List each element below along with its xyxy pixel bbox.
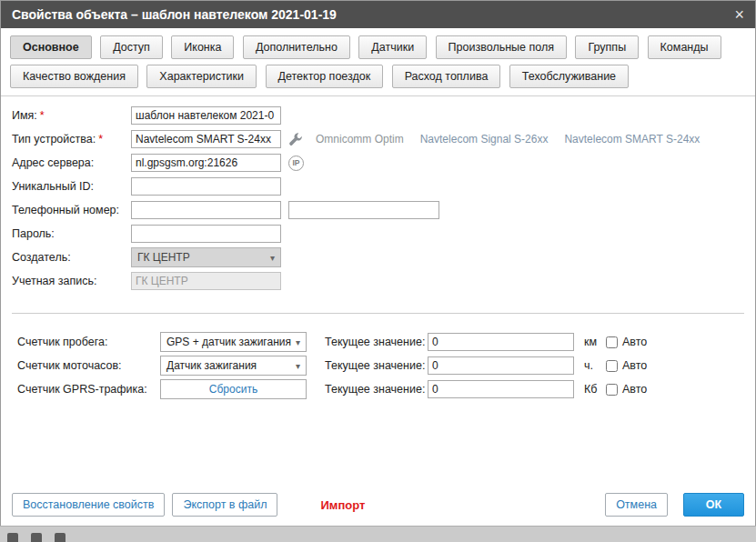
general-form: Имя:* Тип устройства:* Omnicomm Optim Na… — [1, 96, 755, 314]
mileage-auto-checkbox[interactable] — [606, 336, 618, 348]
tab-icon[interactable]: Иконка — [171, 35, 234, 59]
gprs-traffic-counter-label: Счетчик GPRS-трафика: — [17, 383, 160, 396]
export-to-file-button[interactable]: Экспорт в файл — [172, 493, 277, 517]
mileage-current-value-input[interactable] — [428, 333, 574, 351]
account-input — [131, 272, 281, 290]
name-input[interactable] — [131, 106, 281, 125]
current-value-label: Текущее значение: — [325, 383, 428, 396]
engine-hours-auto-label: Авто — [622, 359, 647, 372]
current-value-label: Текущее значение: — [325, 359, 428, 372]
engine-hours-current-value-input[interactable] — [428, 356, 574, 375]
engine-hours-unit-label: ч. — [584, 359, 602, 372]
password-label: Пароль: — [12, 227, 131, 240]
engine-hours-auto-checkbox[interactable] — [606, 360, 618, 372]
tab-sensors[interactable]: Датчики — [358, 35, 427, 59]
ok-button[interactable]: ОК — [683, 493, 744, 517]
phone-input-2[interactable] — [288, 201, 439, 219]
device-type-link[interactable]: Omnicomm Optim — [316, 133, 404, 146]
current-value-label: Текущее значение: — [325, 336, 428, 348]
engine-hours-counter-select-value: Датчик зажигания — [166, 359, 257, 372]
creator-label: Создатель: — [12, 251, 131, 264]
gprs-traffic-auto-label: Авто — [622, 383, 647, 396]
tab-groups[interactable]: Группы — [575, 35, 639, 59]
tab-strip: Основное Доступ Иконка Дополнительно Дат… — [1, 28, 755, 96]
tab-maintenance[interactable]: Техобслуживание — [509, 65, 629, 88]
creator-select[interactable]: ГК ЦЕНТР ▾ — [131, 247, 281, 267]
background-app-icon — [7, 533, 18, 542]
name-row: Имя:* — [12, 104, 744, 127]
wrench-icon[interactable] — [288, 132, 303, 146]
creator-select-value: ГК ЦЕНТР — [137, 251, 190, 264]
cancel-button[interactable]: Отмена — [605, 493, 668, 517]
gprs-traffic-unit-label: Кб — [584, 383, 602, 396]
phone-label: Телефонный номер: — [12, 204, 131, 216]
reset-traffic-button[interactable]: Сбросить — [160, 379, 307, 399]
tab-profile[interactable]: Характеристики — [146, 65, 257, 88]
password-row: Пароль: — [12, 222, 744, 246]
device-type-link[interactable]: Navtelecom SMART S-24xx — [564, 133, 700, 146]
engine-hours-counter-row: Счетчик моточасов: Датчик зажигания ▾ Те… — [6, 354, 744, 377]
device-type-input[interactable] — [131, 130, 281, 148]
dialog-titlebar: Свойства объекта – шаблон навтелеком 202… — [1, 1, 755, 28]
unique-id-label: Уникальный ID: — [12, 180, 131, 193]
tab-custom-fields[interactable]: Произвольные поля — [436, 35, 567, 59]
mileage-counter-label: Счетчик пробега: — [17, 336, 160, 348]
server-address-row: Адрес сервера: IP — [12, 151, 744, 175]
chevron-down-icon: ▾ — [270, 253, 275, 263]
mileage-auto-label: Авто — [622, 336, 647, 348]
name-label: Имя: — [12, 109, 37, 122]
tab-trip-detector[interactable]: Детектор поездок — [266, 65, 384, 88]
object-properties-dialog: Свойства объекта – шаблон навтелеком 202… — [0, 0, 756, 526]
device-type-label: Тип устройства: — [12, 133, 96, 146]
account-row: Учетная запись: — [12, 269, 744, 293]
engine-hours-counter-select[interactable]: Датчик зажигания ▾ — [160, 356, 307, 376]
tab-fuel-consumption[interactable]: Расход топлива — [392, 65, 501, 88]
server-address-label: Адрес сервера: — [12, 156, 131, 169]
ip-icon[interactable]: IP — [288, 156, 304, 171]
mileage-counter-row: Счетчик пробега: GPS + датчик зажигания … — [6, 330, 744, 354]
account-label: Учетная запись: — [12, 275, 131, 287]
required-asterisk: * — [40, 109, 45, 122]
tab-commands[interactable]: Команды — [648, 35, 721, 59]
unique-id-input[interactable] — [131, 177, 281, 196]
tab-row-1: Основное Доступ Иконка Дополнительно Дат… — [10, 35, 746, 59]
chevron-down-icon: ▾ — [296, 361, 300, 371]
tab-advanced[interactable]: Дополнительно — [243, 35, 350, 59]
mileage-unit-label: км — [584, 336, 602, 348]
password-input[interactable] — [131, 225, 281, 243]
phone-row: Телефонный номер: — [12, 198, 744, 222]
device-type-row: Тип устройства:* Omnicomm Optim Navtelec… — [12, 127, 744, 151]
close-icon[interactable]: × — [734, 6, 744, 23]
dialog-footer: Восстановление свойств Экспорт в файл Им… — [12, 493, 744, 517]
gprs-traffic-counter-row: Счетчик GPRS-трафика: Сбросить Текущее з… — [6, 377, 744, 401]
dialog-title: Свойства объекта – шаблон навтелеком 202… — [12, 7, 337, 22]
required-asterisk: * — [98, 133, 103, 146]
recent-device-types: Omnicomm Optim Navtelecom Signal S-26xx … — [316, 133, 700, 146]
counters-section: Счетчик пробега: GPS + датчик зажигания … — [1, 314, 755, 401]
mileage-counter-select[interactable]: GPS + датчик зажигания ▾ — [160, 332, 307, 352]
background-app-icon — [55, 533, 66, 542]
tab-access[interactable]: Доступ — [100, 35, 163, 59]
mileage-counter-select-value: GPS + датчик зажигания — [166, 336, 291, 348]
import-link[interactable]: Импорт — [320, 498, 365, 512]
engine-hours-counter-label: Счетчик моточасов: — [17, 359, 160, 372]
gprs-traffic-auto-checkbox[interactable] — [606, 384, 618, 396]
screen: Свойства объекта – шаблон навтелеком 202… — [0, 0, 756, 542]
server-address-input[interactable] — [131, 154, 281, 172]
tab-row-2: Качество вождения Характеристики Детекто… — [10, 65, 746, 88]
chevron-down-icon: ▾ — [296, 337, 300, 347]
phone-input-1[interactable] — [131, 201, 281, 219]
tab-general[interactable]: Основное — [10, 35, 92, 59]
background-app-icon — [31, 533, 42, 542]
restore-properties-button[interactable]: Восстановление свойств — [12, 493, 165, 517]
background-app-strip — [0, 526, 756, 542]
gprs-traffic-current-value-input[interactable] — [428, 380, 574, 398]
creator-row: Создатель: ГК ЦЕНТР ▾ — [12, 246, 744, 269]
unique-id-row: Уникальный ID: — [12, 175, 744, 198]
tab-eco-driving[interactable]: Качество вождения — [10, 65, 138, 88]
device-type-link[interactable]: Navtelecom Signal S-26xx — [420, 133, 549, 146]
